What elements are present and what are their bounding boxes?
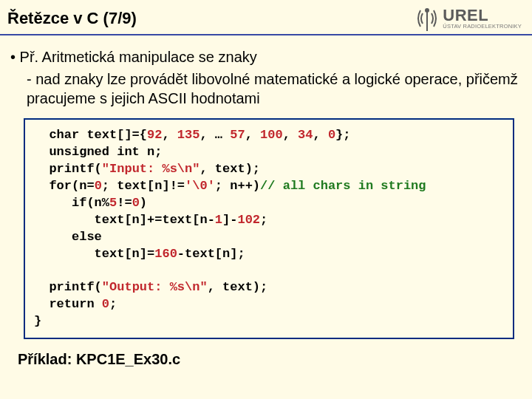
code-line: printf("Output: %s\n", text);: [34, 280, 267, 294]
slide-title: Řetězce v C (7/9): [7, 9, 137, 28]
code-line: unsigned int n;: [34, 145, 162, 159]
slide-header: Řetězce v C (7/9) UREL ÚSTAV RADIOELEKTR…: [0, 0, 532, 35]
code-line: text[n]=160-text[n];: [34, 247, 245, 261]
code-line: if(n%5!=0): [34, 196, 147, 210]
code-line: }: [34, 314, 41, 328]
code-line: char text[]={92, 135, … 57, 100, 34, 0};: [34, 128, 351, 142]
svg-point-1: [426, 9, 429, 12]
bullet-main: • Př. Aritmetická manipulace se znaky: [10, 47, 522, 66]
bullet-sub: - nad znaky lze provádět libovolné matem…: [10, 69, 522, 108]
logo-block: UREL ÚSTAV RADIOELEKTRONIKY: [416, 6, 522, 31]
code-line: for(n=0; text[n]!='\0'; n++)// all chars…: [34, 179, 426, 193]
code-line: return 0;: [34, 297, 117, 311]
logo-subtitle: ÚSTAV RADIOELEKTRONIKY: [443, 24, 522, 30]
logo-name: UREL: [443, 7, 522, 24]
logo-text-stack: UREL ÚSTAV RADIOELEKTRONIKY: [443, 7, 522, 30]
code-line: text[n]+=text[n-1]-102;: [34, 213, 267, 227]
code-block: char text[]={92, 135, … 57, 100, 34, 0};…: [24, 118, 514, 339]
slide-content: • Př. Aritmetická manipulace se znaky - …: [0, 35, 532, 368]
code-line: else: [34, 230, 102, 244]
code-line: printf("Input: %s\n", text);: [34, 162, 260, 176]
antenna-icon: [416, 6, 438, 31]
example-label: Příklad: KPC1E_Ex30.c: [10, 339, 522, 368]
